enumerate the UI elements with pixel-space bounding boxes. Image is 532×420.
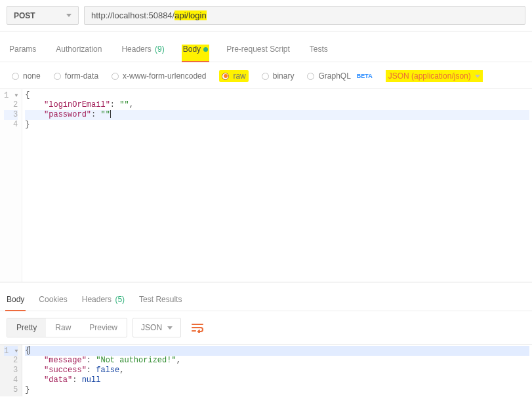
body-type-urlencoded[interactable]: x-www-form-urlencoded: [112, 71, 206, 81]
body-type-row: none form-data x-www-form-urlencoded raw…: [0, 62, 532, 89]
response-tab-headers[interactable]: Headers (5): [81, 295, 126, 311]
body-type-raw[interactable]: raw: [219, 70, 248, 82]
request-body-code[interactable]: { "loginOrEmail": "", "password": "" }: [22, 89, 532, 282]
request-gutter: 1 ▼ 2 3 4: [0, 89, 22, 282]
response-tab-body[interactable]: Body: [5, 295, 26, 311]
tab-headers-count: (9): [155, 45, 165, 54]
response-tab-cookies[interactable]: Cookies: [37, 295, 68, 311]
wrap-lines-button[interactable]: [186, 318, 209, 337]
response-toolbar: Pretty Raw Preview JSON: [0, 311, 532, 344]
tab-body-label: Body: [183, 45, 201, 54]
view-pretty-button[interactable]: Pretty: [7, 318, 46, 337]
url-highlight: api/login: [174, 10, 206, 20]
content-type-select[interactable]: JSON (application/json): [386, 70, 483, 82]
response-tab-test-results[interactable]: Test Results: [138, 295, 183, 311]
unsaved-dot-icon: [203, 47, 208, 52]
request-topbar: POST http://localhost:50884/api/login: [0, 0, 532, 31]
request-body-editor[interactable]: 1 ▼ 2 3 4 { "loginOrEmail": "", "passwor…: [0, 89, 532, 282]
body-type-graphql[interactable]: GraphQLBETA: [307, 71, 372, 81]
response-gutter: 1 ▼ 2 3 4 5: [0, 345, 22, 396]
body-type-binary[interactable]: binary: [262, 71, 295, 81]
response-lang-select[interactable]: JSON: [133, 318, 181, 337]
chevron-down-icon: [66, 14, 72, 17]
body-type-form-data[interactable]: form-data: [54, 71, 98, 81]
response-lang-value: JSON: [141, 323, 162, 332]
view-preview-button[interactable]: Preview: [80, 318, 127, 337]
beta-badge: BETA: [357, 73, 373, 79]
tab-headers[interactable]: Headers (9): [119, 45, 167, 62]
tab-tests[interactable]: Tests: [307, 45, 331, 62]
chevron-down-icon: [167, 326, 173, 330]
view-raw-button[interactable]: Raw: [46, 318, 80, 337]
url-input[interactable]: http://localhost:50884/api/login: [84, 6, 525, 25]
content-type-value: JSON (application/json): [388, 71, 471, 81]
chevron-down-icon: [475, 75, 480, 78]
response-tab-headers-label: Headers: [82, 295, 112, 304]
url-text: http://localhost:50884/: [91, 10, 174, 20]
text-cursor: [110, 110, 111, 118]
tab-params[interactable]: Params: [7, 45, 39, 62]
http-method-select[interactable]: POST: [7, 6, 79, 25]
request-tabs: Params Authorization Headers (9) Body Pr…: [0, 31, 532, 62]
tab-authorization[interactable]: Authorization: [53, 45, 104, 62]
response-tabs: Body Cookies Headers (5) Test Results: [0, 291, 532, 311]
response-view-mode: Pretty Raw Preview: [7, 318, 127, 337]
response-body-code[interactable]: { "message": "Not authorized!", "success…: [22, 345, 532, 396]
http-method-value: POST: [14, 11, 35, 20]
response-tab-headers-count: (5): [115, 295, 125, 304]
pane-splitter[interactable]: [0, 282, 532, 291]
body-type-none[interactable]: none: [12, 71, 41, 81]
text-cursor: [30, 346, 30, 354]
tab-body[interactable]: Body: [182, 45, 209, 62]
wrap-icon: [191, 322, 204, 333]
response-body-editor[interactable]: 1 ▼ 2 3 4 5 { "message": "Not authorized…: [0, 344, 532, 396]
tab-pre-request[interactable]: Pre-request Script: [224, 45, 293, 62]
tab-headers-label: Headers: [121, 45, 151, 54]
